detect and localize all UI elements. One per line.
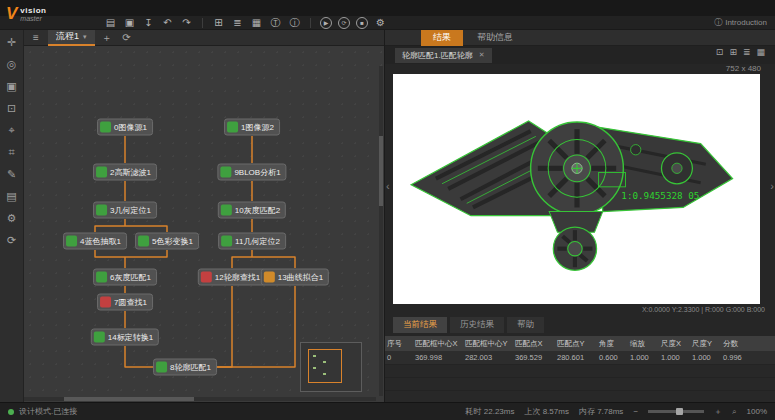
tool-shape-icon[interactable]: ▣ bbox=[6, 80, 16, 93]
connection-status: 设计模式.已连接 bbox=[8, 406, 77, 417]
node-label: 4蓝色抽取1 bbox=[80, 236, 121, 247]
tag-icon[interactable]: Ⓣ bbox=[267, 16, 284, 29]
flow-node[interactable]: 1图像源2 bbox=[224, 119, 280, 136]
tool-target-icon[interactable]: ⌖ bbox=[8, 124, 14, 137]
pixel-coords-readout: X:0.0000 Y:2.3300 | R:000 G:000 B:000 bbox=[642, 306, 765, 313]
flow-node[interactable]: 4蓝色抽取1 bbox=[63, 233, 127, 250]
zoom-slider[interactable] bbox=[648, 410, 704, 413]
undo-icon[interactable]: ↶ bbox=[159, 16, 176, 29]
table-row-empty bbox=[385, 378, 775, 391]
minimap-node bbox=[323, 361, 326, 363]
measure-icon[interactable]: ≣ bbox=[743, 47, 751, 57]
zoom-level: 100% bbox=[747, 407, 767, 416]
zoom-out-icon[interactable]: − bbox=[633, 407, 638, 416]
tool-edit-icon[interactable]: ✎ bbox=[7, 168, 16, 181]
result-table: 序号匹配框中心X 匹配框中心Y匹配点X 匹配点Y角度 缩放尺度X 尺度Y分数 0… bbox=[385, 336, 775, 402]
run-loop-icon[interactable]: ⟳ bbox=[338, 17, 350, 29]
flow-node[interactable]: 12轮廓查找1 bbox=[198, 269, 266, 286]
node-label: 9BLOB分析1 bbox=[234, 167, 280, 178]
tab-flow1[interactable]: 流程1 ▾ bbox=[48, 30, 95, 46]
table-header: 序号匹配框中心X 匹配框中心Y匹配点X 匹配点Y角度 缩放尺度X 尺度Y分数 bbox=[385, 336, 775, 351]
flow-vertical-scrollbar[interactable] bbox=[379, 66, 383, 396]
export-icon[interactable]: ↧ bbox=[140, 16, 157, 29]
flow-node[interactable]: 8轮廓匹配1 bbox=[153, 359, 217, 376]
extract-icon bbox=[66, 236, 77, 247]
logo-line2: master bbox=[20, 15, 46, 23]
refresh-flow-icon[interactable]: ⟳ bbox=[119, 32, 135, 43]
flow-node[interactable]: 9BLOB分析1 bbox=[217, 164, 286, 181]
flow-menu-icon[interactable]: ≡ bbox=[28, 32, 44, 43]
flow-node[interactable]: 13曲线拟合1 bbox=[261, 269, 329, 286]
run-once-icon[interactable]: ▶ bbox=[320, 17, 332, 29]
flow-node[interactable]: 10灰度匹配2 bbox=[218, 202, 286, 219]
tab-current-result[interactable]: 当前结果 bbox=[393, 317, 447, 333]
logo-line1: vision bbox=[20, 6, 46, 15]
chevron-right-icon[interactable]: › bbox=[770, 180, 774, 192]
result-subtab-bar: 当前结果 历史结果 帮助 bbox=[393, 317, 544, 333]
settings-icon[interactable]: ⚙ bbox=[372, 16, 389, 29]
fit-icon[interactable]: ⊡ bbox=[716, 47, 724, 57]
color-icon bbox=[138, 236, 149, 247]
image-viewer[interactable]: 1:0.9455328 05 bbox=[393, 74, 760, 304]
add-flow-icon[interactable]: ＋ bbox=[99, 31, 115, 45]
tab-results[interactable]: 结果 bbox=[421, 30, 463, 46]
grid-view-icon[interactable]: ⊞ bbox=[210, 16, 227, 29]
tool-select-icon[interactable]: ◎ bbox=[7, 58, 17, 71]
toolbar-separator bbox=[310, 18, 311, 28]
tab-help[interactable]: 帮助 bbox=[507, 317, 544, 333]
blob-icon bbox=[220, 167, 231, 178]
logo-v-icon: V bbox=[6, 4, 17, 24]
chevron-left-icon[interactable]: ‹ bbox=[386, 180, 390, 192]
minimap-node bbox=[323, 373, 326, 375]
tool-grid-icon[interactable]: ⌗ bbox=[8, 146, 14, 159]
image-view-icon[interactable]: ▦ bbox=[248, 16, 265, 29]
tab-help-info[interactable]: 帮助信息 bbox=[465, 30, 525, 46]
image-resolution: 752 x 480 bbox=[726, 64, 761, 73]
zoom-in-icon[interactable]: ＋ bbox=[714, 406, 722, 417]
node-label: 3几何定位1 bbox=[110, 205, 151, 216]
save-image-icon[interactable]: ▦ bbox=[756, 47, 765, 57]
flow-node[interactable]: 2高斯滤波1 bbox=[93, 164, 157, 181]
image-source-icon bbox=[100, 122, 111, 133]
introduction-link[interactable]: ⓘ Introduction bbox=[714, 17, 767, 28]
left-tool-strip: ✛ ◎ ▣ ⊡ ⌖ ⌗ ✎ ▤ ⚙ ⟳ bbox=[0, 30, 24, 402]
tab-history-result[interactable]: 历史结果 bbox=[450, 317, 504, 333]
filter-icon bbox=[96, 167, 107, 178]
one-to-one-icon[interactable]: ⊞ bbox=[729, 47, 737, 57]
flow-node[interactable]: 0图像源1 bbox=[97, 119, 153, 136]
tool-settings-icon[interactable]: ⚙ bbox=[7, 212, 17, 225]
tool-refresh-icon[interactable]: ⟳ bbox=[7, 234, 16, 247]
subtab-contour-match[interactable]: 轮廓匹配1.匹配轮廓 ✕ bbox=[395, 48, 492, 63]
flow-minimap[interactable] bbox=[300, 342, 362, 392]
tool-add-icon[interactable]: ✛ bbox=[7, 36, 16, 49]
match-score-overlay: 1:0.9455328 05 bbox=[621, 190, 699, 201]
image-source-icon bbox=[227, 122, 238, 133]
flow-node[interactable]: 5色彩变换1 bbox=[135, 233, 199, 250]
node-label: 5色彩变换1 bbox=[152, 236, 193, 247]
info-icon[interactable]: ⓘ bbox=[286, 16, 303, 29]
inspection-image: 1:0.9455328 05 bbox=[407, 102, 747, 282]
flow-canvas[interactable]: 0图像源1 2高斯滤波1 3几何定位1 4蓝色抽取1 5色彩变换1 6灰度匹配1… bbox=[24, 46, 384, 402]
table-row[interactable]: 0369.998 282.003369.529 280.6010.600 1.0… bbox=[385, 351, 775, 365]
flow-node[interactable]: 6灰度匹配1 bbox=[93, 269, 157, 286]
tool-list-icon[interactable]: ▤ bbox=[6, 190, 16, 203]
flow-horizontal-scrollbar[interactable] bbox=[24, 397, 376, 401]
flow-node[interactable]: 7圆查找1 bbox=[97, 294, 153, 311]
node-label: 13曲线拟合1 bbox=[278, 272, 323, 283]
flow-node[interactable]: 14标定转换1 bbox=[91, 329, 159, 346]
status-text: 设计模式.已连接 bbox=[19, 406, 77, 417]
save-icon[interactable]: ▤ bbox=[102, 16, 119, 29]
node-label: 6灰度匹配1 bbox=[110, 272, 151, 283]
node-label: 0图像源1 bbox=[114, 122, 147, 133]
stop-icon[interactable]: ■ bbox=[356, 17, 368, 29]
flow-node[interactable]: 11几何定位2 bbox=[218, 233, 286, 250]
node-label: 10灰度匹配2 bbox=[235, 205, 280, 216]
flow-node[interactable]: 3几何定位1 bbox=[93, 202, 157, 219]
close-icon[interactable]: ✕ bbox=[479, 51, 485, 59]
redo-icon[interactable]: ↷ bbox=[178, 16, 195, 29]
tool-roi-icon[interactable]: ⊡ bbox=[7, 102, 16, 115]
match-icon bbox=[96, 272, 107, 283]
open-icon[interactable]: ▣ bbox=[121, 16, 138, 29]
list-view-icon[interactable]: ≣ bbox=[229, 16, 246, 29]
magnifier-icon[interactable]: ⌕ bbox=[732, 407, 736, 417]
